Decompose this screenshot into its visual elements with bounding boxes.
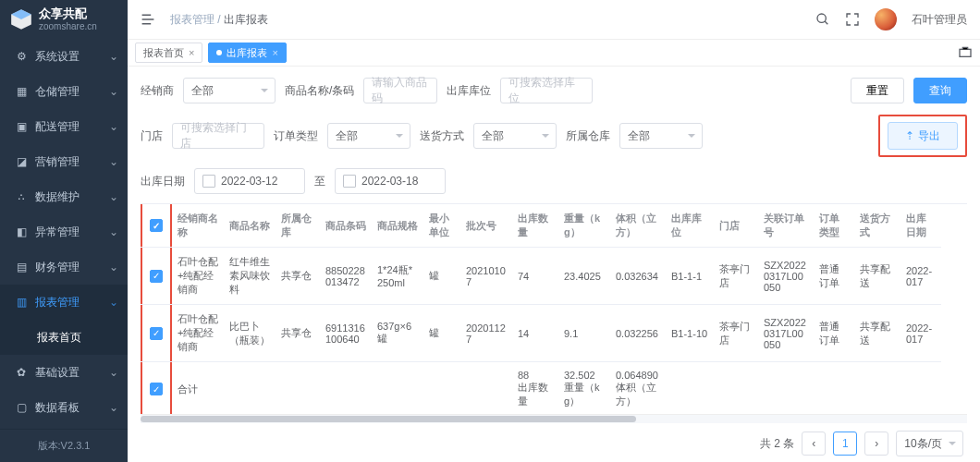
chevron-down-icon: ⌄ [109, 190, 118, 203]
tab-report-home[interactable]: 报表首页× [135, 43, 202, 63]
close-icon[interactable]: × [272, 47, 277, 58]
grid-icon: ▦ [15, 85, 28, 98]
user-name[interactable]: 石叶管理员 [912, 12, 967, 28]
chevron-down-icon: ⌄ [109, 261, 118, 274]
pager-next[interactable]: › [864, 432, 888, 456]
table-wrap[interactable]: 经销商名称 商品名称 所属仓库 商品条码 商品规格 最小单位 批次号 出库数量 … [141, 203, 967, 414]
chevron-down-icon: ⌄ [109, 120, 118, 133]
filters: 经销商 全部 商品名称/条码 请输入商品码 出库库位 可搜索选择库位 重置 查询… [141, 78, 967, 194]
th-weight: 重量（kg） [558, 204, 610, 248]
row-checkbox[interactable] [150, 327, 163, 340]
hamburger-icon[interactable] [141, 12, 155, 27]
th-warehouse: 所属仓库 [276, 204, 320, 248]
cog-icon: ✿ [15, 366, 28, 379]
th-delivery: 送货方式 [854, 204, 900, 248]
pager-prev[interactable]: ‹ [802, 432, 826, 456]
nav-finance[interactable]: ▤财务管理⌄ [0, 249, 128, 285]
row-checkbox[interactable] [150, 270, 163, 283]
export-annotation: 导出 [878, 115, 967, 157]
tabs: 报表首页× 出库报表× [128, 39, 980, 67]
pager-page-1[interactable]: 1 [833, 432, 857, 456]
row-checkbox[interactable] [150, 383, 163, 395]
main: 报表管理 / 出库报表 石叶管理员 报表首页× 出库报表× 经销商 全部 商品 [128, 0, 980, 462]
fullscreen-icon[interactable] [845, 12, 860, 27]
nav-exception[interactable]: ◧异常管理⌄ [0, 214, 128, 249]
th-store: 门店 [714, 204, 758, 248]
warehouse-select[interactable]: 全部 [619, 123, 703, 149]
table-header-row: 经销商名称 商品名称 所属仓库 商品条码 商品规格 最小单位 批次号 出库数量 … [141, 204, 941, 248]
th-ordertype: 订单类型 [814, 204, 854, 248]
reset-button[interactable]: 重置 [851, 78, 904, 103]
bars-icon: ▢ [15, 401, 28, 414]
pagination: 共 2 条 ‹ 1 › 10条/页 [141, 423, 967, 458]
outbound-table: 经销商名称 商品名称 所属仓库 商品条码 商品规格 最小单位 批次号 出库数量 … [141, 204, 941, 414]
total-label: 合计 [172, 362, 224, 415]
nav-report[interactable]: ▥报表管理⌄ [0, 285, 128, 320]
delivery-label: 送货方式 [420, 128, 464, 144]
tab-outbound-report[interactable]: 出库报表× [208, 43, 286, 63]
breadcrumb-parent[interactable]: 报表管理 [170, 13, 214, 26]
logo: 众享共配 zoomshare.cn [0, 0, 128, 39]
th-date: 出库日期 [900, 204, 941, 248]
brand-name: 众享共配 [39, 7, 97, 20]
toolbox-icon[interactable] [958, 44, 973, 59]
tag-icon: ◪ [15, 155, 28, 168]
chevron-down-icon: ⌄ [109, 225, 118, 238]
wallet-icon: ▤ [15, 261, 28, 274]
th-qty: 出库数量 [512, 204, 558, 248]
store-label: 门店 [141, 128, 163, 144]
date-to-input[interactable]: 2022-03-18 [335, 168, 446, 194]
dealer-select[interactable]: 全部 [183, 78, 276, 103]
store-input[interactable]: 可搜索选择门店 [172, 123, 264, 149]
ordertype-select[interactable]: 全部 [327, 123, 410, 149]
topbar: 报表管理 / 出库报表 石叶管理员 [128, 0, 980, 39]
horizontal-scrollbar[interactable] [141, 414, 967, 423]
th-spec: 商品规格 [372, 204, 423, 248]
breadcrumb: 报表管理 / 出库报表 [170, 12, 815, 28]
close-icon[interactable]: × [189, 47, 194, 58]
pager-total: 共 2 条 [760, 436, 794, 452]
ordertype-label: 订单类型 [274, 128, 318, 144]
nav-delivery[interactable]: ▣配送管理⌄ [0, 109, 128, 144]
search-icon[interactable] [815, 12, 830, 27]
table-row: 石叶仓配+纯配经销商比巴卜（瓶装）共享仓6911316100640637g×6罐… [141, 305, 941, 362]
nav-report-home[interactable]: 报表首页 [0, 320, 128, 355]
svg-rect-1 [960, 49, 971, 56]
nav-warehouse[interactable]: ▦仓储管理⌄ [0, 74, 128, 109]
date-label: 出库日期 [141, 174, 185, 189]
loc-input[interactable]: 可搜索选择库位 [500, 78, 593, 103]
warehouse-label: 所属仓库 [566, 128, 610, 144]
th-loc: 出库库位 [666, 204, 714, 248]
brand-sub: zoomshare.cn [39, 21, 97, 31]
version-label: 版本:V2.3.1 [0, 429, 128, 462]
chevron-down-icon: ⌄ [109, 155, 118, 168]
nav-marketing[interactable]: ◪营销管理⌄ [0, 144, 128, 179]
date-from-input[interactable]: 2022-03-12 [194, 168, 305, 194]
nav-data[interactable]: ⛬数据维护⌄ [0, 179, 128, 214]
product-input[interactable]: 请输入商品码 [363, 78, 437, 103]
avatar[interactable] [875, 8, 897, 30]
th-dealer: 经销商名称 [172, 204, 224, 248]
query-button[interactable]: 查询 [913, 78, 967, 103]
pager-size-select[interactable]: 10条/页 [896, 431, 963, 456]
svg-point-0 [817, 14, 826, 22]
product-label: 商品名称/条码 [285, 83, 354, 99]
th-barcode: 商品条码 [320, 204, 372, 248]
select-all-checkbox[interactable] [150, 219, 163, 232]
sidebar: 众享共配 zoomshare.cn ⚙系统设置⌄ ▦仓储管理⌄ ▣配送管理⌄ ◪… [0, 0, 128, 462]
nav-basic[interactable]: ✿基础设置⌄ [0, 355, 128, 390]
logo-icon [9, 7, 33, 31]
chevron-down-icon: ⌄ [109, 401, 118, 414]
dealer-label: 经销商 [141, 83, 174, 99]
chevron-down-icon: ⌄ [109, 296, 118, 309]
th-order: 关联订单号 [758, 204, 814, 248]
chevron-down-icon: ⌄ [109, 366, 118, 379]
nav-dashboard[interactable]: ▢数据看板⌄ [0, 390, 128, 425]
people-icon: ⛬ [15, 190, 28, 203]
export-button[interactable]: 导出 [888, 122, 958, 150]
nav-system[interactable]: ⚙系统设置⌄ [0, 39, 128, 74]
delivery-select[interactable]: 全部 [473, 123, 557, 149]
chevron-down-icon: ⌄ [109, 50, 118, 63]
th-volume: 体积（立方） [610, 204, 666, 248]
chart-icon: ▥ [15, 296, 28, 309]
